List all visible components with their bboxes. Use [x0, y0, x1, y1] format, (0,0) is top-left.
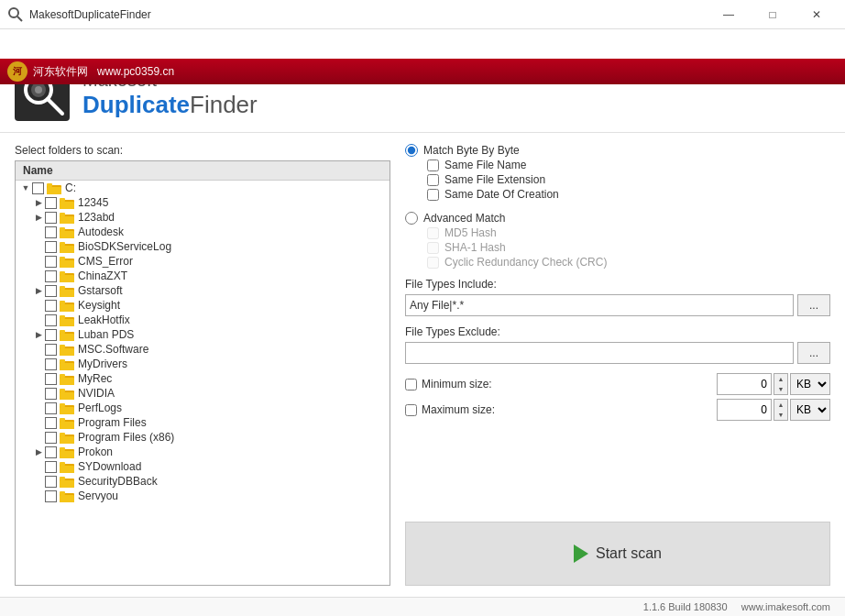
checkbox-123abd[interactable]	[45, 212, 57, 224]
md5-label: MD5 Hash	[444, 226, 497, 239]
tree-item-luban[interactable]: ▶ Luban PDS	[16, 327, 390, 342]
checkbox-sec[interactable]	[45, 476, 57, 488]
start-scan-button[interactable]: Start scan	[574, 544, 662, 563]
expander-prokon[interactable]: ▶	[32, 446, 45, 458]
svg-line-1	[17, 16, 22, 21]
tree-item-drive-c[interactable]: ▼ C:	[16, 181, 390, 195]
tree-item-msc[interactable]: ▶ MSC.Software	[16, 342, 390, 357]
checkbox-serv[interactable]	[45, 490, 57, 502]
crc-row[interactable]: Cyclic Redundancy Check (CRC)	[427, 256, 830, 269]
tree-item-myrec[interactable]: ▶ MyRec	[16, 371, 390, 386]
min-size-input[interactable]	[717, 373, 772, 395]
file-types-include-input[interactable]	[405, 294, 794, 316]
checkbox-mydrivers[interactable]	[45, 358, 57, 370]
tree-item-keysight[interactable]: ▶ Keysight	[16, 298, 390, 313]
crc-checkbox[interactable]	[427, 257, 439, 269]
min-size-unit[interactable]: KB B MB GB	[790, 373, 830, 395]
tree-item-program-files-x86[interactable]: ▶ Program Files (x86)	[16, 430, 390, 445]
expander-gstar[interactable]: ▶	[32, 284, 45, 297]
checkbox-prokon[interactable]	[45, 446, 57, 458]
max-size-input[interactable]	[717, 399, 772, 421]
checkbox-12345[interactable]	[45, 197, 57, 209]
checkbox-cms[interactable]	[45, 256, 57, 268]
minimize-button[interactable]: —	[708, 0, 750, 29]
expander-c[interactable]: ▼	[19, 182, 32, 194]
min-size-down[interactable]: ▼	[774, 384, 787, 394]
checkbox-pf[interactable]	[45, 417, 57, 429]
item-label-nvidia: NVIDIA	[78, 387, 115, 400]
tree-item-mydrivers[interactable]: ▶ MyDrivers	[16, 357, 390, 371]
file-types-exclude-input[interactable]	[405, 342, 794, 364]
match-byte-radio[interactable]	[405, 144, 418, 157]
expander-12345[interactable]: ▶	[32, 196, 45, 209]
checkbox-c[interactable]	[32, 182, 44, 194]
folder-icon-sec	[60, 476, 74, 488]
md5-row[interactable]: MD5 Hash	[427, 226, 830, 239]
advanced-match-row[interactable]: Advanced Match	[405, 212, 830, 225]
svg-rect-21	[60, 242, 65, 246]
file-types-exclude-browse[interactable]: ...	[797, 342, 830, 364]
checkbox-autodesk[interactable]	[45, 226, 57, 238]
sha1-row[interactable]: SHA-1 Hash	[427, 241, 830, 254]
tree-item-perflogs[interactable]: ▶ PerfLogs	[16, 401, 390, 415]
app-title-finder: Finder	[190, 91, 258, 118]
tree-item-program-files[interactable]: ▶ Program Files	[16, 415, 390, 430]
checkbox-china[interactable]	[45, 270, 57, 282]
tree-item-prokon[interactable]: ▶ Prokon	[16, 445, 390, 459]
min-size-up[interactable]: ▲	[774, 374, 787, 384]
max-size-checkbox[interactable]	[405, 404, 417, 416]
same-file-name-checkbox[interactable]	[427, 160, 439, 171]
match-byte-row[interactable]: Match Byte By Byte	[405, 144, 830, 157]
checkbox-myrec[interactable]	[45, 373, 57, 385]
same-date-row[interactable]: Same Date Of Creation	[405, 188, 830, 201]
svg-rect-53	[60, 407, 74, 414]
same-file-name-row[interactable]: Same File Name	[405, 159, 830, 171]
same-date-checkbox[interactable]	[427, 189, 439, 201]
file-types-include-browse[interactable]: ...	[797, 294, 830, 316]
tree-item-12345[interactable]: ▶ 12345	[16, 195, 390, 210]
close-button[interactable]: ✕	[796, 0, 838, 29]
checkbox-perf[interactable]	[45, 402, 57, 414]
expander-luban[interactable]: ▶	[32, 328, 45, 341]
checkbox-nvidia[interactable]	[45, 388, 57, 400]
tree-item-nvidia[interactable]: ▶ NVIDIA	[16, 386, 390, 401]
checkbox-gstar[interactable]	[45, 285, 57, 297]
md5-checkbox[interactable]	[427, 227, 439, 239]
min-size-label-col: Minimum size:	[405, 378, 515, 390]
tree-item-sydownload[interactable]: ▶ SYDownload	[16, 459, 390, 474]
checkbox-bio[interactable]	[45, 241, 57, 253]
maximize-button[interactable]: □	[752, 0, 794, 29]
checkbox-pfx86[interactable]	[45, 432, 57, 444]
tree-item-securitydbback[interactable]: ▶ SecurityDBBack	[16, 474, 390, 489]
item-label-perf: PerfLogs	[78, 402, 122, 414]
folder-tree[interactable]: Name ▼ C: ▶	[15, 160, 390, 586]
tree-item-leakhotfix[interactable]: ▶ LeakHotfix	[16, 313, 390, 327]
min-size-checkbox[interactable]	[405, 379, 417, 390]
folder-icon-myrec	[60, 373, 74, 385]
tree-item-cms-error[interactable]: ▶ CMS_Error	[16, 254, 390, 269]
folder-icon-msc	[60, 344, 74, 356]
max-size-up[interactable]: ▲	[774, 400, 787, 410]
same-file-ext-checkbox[interactable]	[427, 174, 439, 186]
tree-item-servyou[interactable]: ▶ Servyou	[16, 489, 390, 503]
file-types-exclude-label: File Types Exclude:	[405, 325, 830, 338]
max-size-down[interactable]: ▼	[774, 410, 787, 420]
tree-item-biosdkservicelog[interactable]: ▶ BioSDKServiceLog	[16, 239, 390, 254]
checkbox-leak[interactable]	[45, 314, 57, 326]
tree-item-gstarsoft[interactable]: ▶ Gstarsoft	[16, 283, 390, 298]
tree-item-chinazxt[interactable]: ▶ ChinaZXT	[16, 269, 390, 283]
checkbox-sy[interactable]	[45, 461, 57, 473]
tree-item-123abd[interactable]: ▶ 123abd	[16, 210, 390, 225]
checkbox-key[interactable]	[45, 300, 57, 312]
svg-rect-41	[60, 348, 74, 356]
max-size-unit[interactable]: KB B MB GB	[790, 399, 830, 421]
advanced-match-radio[interactable]	[405, 212, 418, 225]
tree-item-autodesk[interactable]: ▶ Autodesk	[16, 225, 390, 239]
version-text: 1.1.6 Build 180830	[643, 601, 728, 612]
same-file-ext-row[interactable]: Same File Extension	[405, 173, 830, 186]
expander-123abd[interactable]: ▶	[32, 211, 45, 224]
sha1-checkbox[interactable]	[427, 242, 439, 254]
checkbox-luban[interactable]	[45, 329, 57, 341]
checkbox-msc[interactable]	[45, 344, 57, 356]
svg-rect-44	[60, 363, 74, 370]
